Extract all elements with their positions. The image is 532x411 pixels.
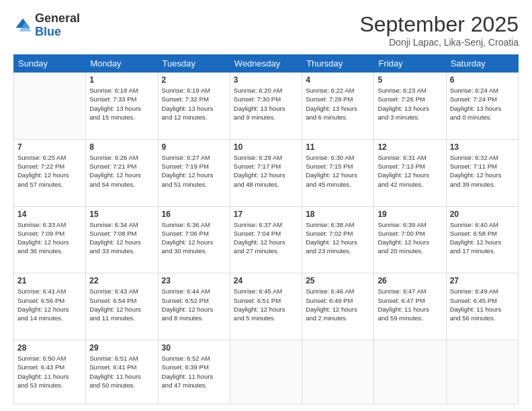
- day-info: Sunrise: 6:20 AMSunset: 7:30 PMDaylight:…: [234, 86, 298, 122]
- day-number: 9: [162, 142, 226, 152]
- header-tuesday: Tuesday: [158, 55, 230, 73]
- table-row: 26Sunrise: 6:47 AMSunset: 6:47 PMDayligh…: [374, 273, 446, 340]
- table-row: 3Sunrise: 6:20 AMSunset: 7:30 PMDaylight…: [230, 73, 302, 140]
- table-row: [302, 340, 374, 404]
- location-subtitle: Donji Lapac, Lika-Senj, Croatia: [359, 37, 519, 48]
- header-friday: Friday: [374, 55, 446, 73]
- table-row: 18Sunrise: 6:38 AMSunset: 7:02 PMDayligh…: [302, 206, 374, 273]
- day-number: 27: [450, 276, 515, 285]
- day-number: 6: [450, 75, 515, 85]
- table-row: 15Sunrise: 6:34 AMSunset: 7:08 PMDayligh…: [86, 206, 158, 273]
- table-row: 30Sunrise: 6:52 AMSunset: 6:39 PMDayligh…: [158, 340, 230, 404]
- header-saturday: Saturday: [446, 55, 518, 73]
- day-number: 28: [17, 343, 82, 353]
- table-row: 11Sunrise: 6:30 AMSunset: 7:15 PMDayligh…: [302, 139, 374, 206]
- table-row: 1Sunrise: 6:18 AMSunset: 7:33 PMDaylight…: [86, 73, 158, 140]
- logo-text: General Blue: [35, 12, 80, 39]
- day-number: 3: [234, 75, 298, 85]
- day-info: Sunrise: 6:46 AMSunset: 6:49 PMDaylight:…: [306, 287, 370, 322]
- table-row: 4Sunrise: 6:22 AMSunset: 7:28 PMDaylight…: [302, 73, 374, 140]
- table-row: 6Sunrise: 6:24 AMSunset: 7:24 PMDaylight…: [446, 73, 518, 140]
- day-info: Sunrise: 6:26 AMSunset: 7:21 PMDaylight:…: [89, 153, 154, 189]
- logo-blue-text: Blue: [35, 25, 61, 38]
- day-info: Sunrise: 6:49 AMSunset: 6:45 PMDaylight:…: [450, 287, 515, 322]
- table-row: 14Sunrise: 6:33 AMSunset: 7:09 PMDayligh…: [14, 206, 86, 273]
- table-row: 8Sunrise: 6:26 AMSunset: 7:21 PMDaylight…: [86, 139, 158, 206]
- table-row: 2Sunrise: 6:19 AMSunset: 7:32 PMDaylight…: [158, 73, 230, 140]
- table-row: 10Sunrise: 6:29 AMSunset: 7:17 PMDayligh…: [230, 139, 302, 206]
- day-number: 11: [306, 142, 370, 152]
- table-row: 7Sunrise: 6:25 AMSunset: 7:22 PMDaylight…: [14, 139, 86, 206]
- day-info: Sunrise: 6:33 AMSunset: 7:09 PMDaylight:…: [17, 220, 82, 256]
- day-number: 4: [306, 75, 370, 85]
- logo-icon: [13, 16, 32, 35]
- day-info: Sunrise: 6:30 AMSunset: 7:15 PMDaylight:…: [306, 153, 370, 189]
- table-row: 27Sunrise: 6:49 AMSunset: 6:45 PMDayligh…: [446, 273, 518, 340]
- month-title: September 2025: [359, 12, 519, 37]
- day-number: 19: [378, 210, 442, 219]
- day-number: 24: [234, 276, 298, 285]
- day-info: Sunrise: 6:39 AMSunset: 7:00 PMDaylight:…: [378, 220, 442, 256]
- day-info: Sunrise: 6:37 AMSunset: 7:04 PMDaylight:…: [234, 220, 298, 256]
- day-info: Sunrise: 6:38 AMSunset: 7:02 PMDaylight:…: [306, 220, 370, 256]
- day-number: 7: [17, 142, 82, 152]
- day-number: 1: [89, 75, 154, 85]
- day-number: 8: [89, 142, 154, 152]
- table-row: [230, 340, 302, 404]
- table-row: 25Sunrise: 6:46 AMSunset: 6:49 PMDayligh…: [302, 273, 374, 340]
- day-info: Sunrise: 6:29 AMSunset: 7:17 PMDaylight:…: [234, 153, 298, 189]
- header-sunday: Sunday: [14, 55, 86, 73]
- table-row: 21Sunrise: 6:41 AMSunset: 6:56 PMDayligh…: [14, 273, 86, 340]
- day-number: 15: [89, 210, 154, 219]
- day-info: Sunrise: 6:50 AMSunset: 6:43 PMDaylight:…: [17, 354, 82, 390]
- day-info: Sunrise: 6:41 AMSunset: 6:56 PMDaylight:…: [17, 287, 82, 322]
- day-info: Sunrise: 6:36 AMSunset: 7:06 PMDaylight:…: [162, 220, 226, 256]
- table-row: 16Sunrise: 6:36 AMSunset: 7:06 PMDayligh…: [158, 206, 230, 273]
- day-number: 18: [306, 210, 370, 219]
- calendar-week-row: 7Sunrise: 6:25 AMSunset: 7:22 PMDaylight…: [14, 139, 519, 206]
- day-info: Sunrise: 6:24 AMSunset: 7:24 PMDaylight:…: [450, 86, 515, 122]
- day-number: 21: [17, 276, 82, 285]
- day-number: 10: [234, 142, 298, 152]
- day-info: Sunrise: 6:32 AMSunset: 7:11 PMDaylight:…: [450, 153, 515, 189]
- day-info: Sunrise: 6:47 AMSunset: 6:47 PMDaylight:…: [378, 287, 442, 322]
- day-info: Sunrise: 6:52 AMSunset: 6:39 PMDaylight:…: [162, 354, 226, 390]
- day-info: Sunrise: 6:51 AMSunset: 6:41 PMDaylight:…: [89, 354, 154, 390]
- day-info: Sunrise: 6:22 AMSunset: 7:28 PMDaylight:…: [306, 86, 370, 122]
- table-row: 9Sunrise: 6:27 AMSunset: 7:19 PMDaylight…: [158, 139, 230, 206]
- table-row: 24Sunrise: 6:45 AMSunset: 6:51 PMDayligh…: [230, 273, 302, 340]
- table-row: 28Sunrise: 6:50 AMSunset: 6:43 PMDayligh…: [14, 340, 86, 404]
- table-row: 23Sunrise: 6:44 AMSunset: 6:52 PMDayligh…: [158, 273, 230, 340]
- day-number: 17: [234, 210, 298, 219]
- day-number: 20: [450, 210, 515, 219]
- day-info: Sunrise: 6:19 AMSunset: 7:32 PMDaylight:…: [162, 86, 226, 122]
- day-number: 2: [162, 75, 226, 85]
- logo-general-text: General: [35, 11, 80, 25]
- calendar-week-row: 28Sunrise: 6:50 AMSunset: 6:43 PMDayligh…: [14, 340, 519, 404]
- day-number: 22: [89, 276, 154, 285]
- day-number: 25: [306, 276, 370, 285]
- table-row: 5Sunrise: 6:23 AMSunset: 7:26 PMDaylight…: [374, 73, 446, 140]
- table-row: [14, 73, 86, 140]
- day-info: Sunrise: 6:23 AMSunset: 7:26 PMDaylight:…: [378, 86, 442, 122]
- day-number: 14: [17, 210, 82, 219]
- day-info: Sunrise: 6:43 AMSunset: 6:54 PMDaylight:…: [89, 287, 154, 322]
- calendar-table: Sunday Monday Tuesday Wednesday Thursday…: [13, 54, 519, 404]
- day-number: 29: [89, 343, 154, 353]
- day-info: Sunrise: 6:18 AMSunset: 7:33 PMDaylight:…: [89, 86, 154, 122]
- calendar-week-row: 21Sunrise: 6:41 AMSunset: 6:56 PMDayligh…: [14, 273, 519, 340]
- day-number: 16: [162, 210, 226, 219]
- day-number: 30: [162, 343, 226, 353]
- calendar-week-row: 14Sunrise: 6:33 AMSunset: 7:09 PMDayligh…: [14, 206, 519, 273]
- day-number: 12: [378, 142, 442, 152]
- table-row: 12Sunrise: 6:31 AMSunset: 7:13 PMDayligh…: [374, 139, 446, 206]
- header-wednesday: Wednesday: [230, 55, 302, 73]
- day-number: 13: [450, 142, 515, 152]
- day-number: 5: [378, 75, 442, 85]
- day-info: Sunrise: 6:25 AMSunset: 7:22 PMDaylight:…: [17, 153, 82, 189]
- table-row: [446, 340, 518, 404]
- calendar-header-row: Sunday Monday Tuesday Wednesday Thursday…: [14, 55, 519, 73]
- header-thursday: Thursday: [302, 55, 374, 73]
- table-row: 22Sunrise: 6:43 AMSunset: 6:54 PMDayligh…: [86, 273, 158, 340]
- table-row: 13Sunrise: 6:32 AMSunset: 7:11 PMDayligh…: [446, 139, 518, 206]
